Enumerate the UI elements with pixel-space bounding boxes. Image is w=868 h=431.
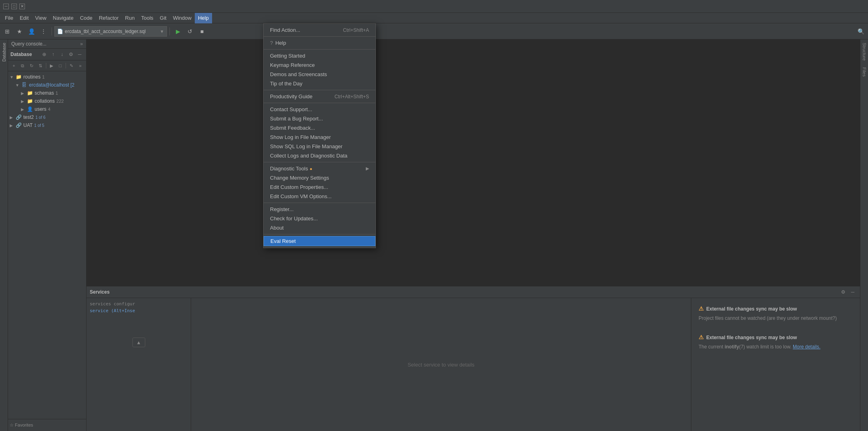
warning-title-2: ⚠ External file changes sync may be slow [699,333,853,342]
dropdown-custom-vm[interactable]: Edit Custom VM Options... [264,192,375,201]
file-selector[interactable]: 📄 ercdata_tbl_acct_accounts_ledger.sql ▼ [54,26,167,37]
services-header-icons: ⚙ ─ [839,288,857,296]
dropdown-productivity[interactable]: Productivity Guide Ctrl+Alt+Shift+S [264,92,375,101]
warning-text-2: The current inotify(7) watch limit is to… [699,343,853,350]
db-run-btn[interactable]: ▶ [47,61,56,70]
db-sidebar-label: Database [0,39,8,431]
dropdown-getting-started[interactable]: Getting Started [264,51,375,60]
menu-view[interactable]: View [32,13,49,23]
dropdown-eval-reset[interactable]: Eval Reset [264,236,375,246]
menu-help[interactable]: Help [195,13,212,23]
services-config-text: services configur [90,301,188,307]
services-collapse-btn[interactable]: ─ [849,288,857,296]
dropdown-help[interactable]: ? Help [264,38,375,48]
close-button[interactable]: ✕ [19,4,25,9]
show-sql-log-label: Show SQL Log in File Manager [270,143,342,149]
dropdown-bug-report[interactable]: Submit a Bug Report... [264,114,375,123]
db-collapse-btn[interactable]: ─ [76,50,84,58]
productivity-label: Productivity Guide [270,93,313,99]
uat-label: UAT [23,122,33,128]
dropdown-demos[interactable]: Demos and Screencasts [264,70,375,79]
menu-tools[interactable]: Tools [138,13,157,23]
dropdown-register[interactable]: Register... [264,205,375,214]
menu-run[interactable]: Run [122,13,138,23]
tree-item-routines[interactable]: ▼ 📁 routines 1 [8,73,86,81]
dropdown-contact-support[interactable]: Contact Support... [264,105,375,114]
tree-item-ercdata[interactable]: ▼ 🗄 ercdata@localhost [2 [8,81,86,89]
tree-item-test2[interactable]: ▶ 🔗 test2 1 of 6 [8,113,86,121]
dropdown-collect-logs[interactable]: Collect Logs and Diagnostic Data [264,151,375,160]
menu-code[interactable]: Code [77,13,96,23]
dropdown-feedback[interactable]: Submit Feedback... [264,123,375,133]
revert-button[interactable]: ↺ [184,26,196,37]
menu-refactor[interactable]: Refactor [96,13,122,23]
favorites-tab[interactable]: ☆ Favorites [8,419,86,431]
getting-started-label: Getting Started [270,53,305,59]
tree-item-schemas[interactable]: ▶ 📁 schemas 1 [8,89,86,97]
toolbar-action1[interactable]: ⊞ [2,26,13,37]
run-button[interactable]: ▶ [172,26,183,37]
search-button[interactable]: 🔍 [855,26,866,37]
structure-vertical-tab[interactable]: Structure [861,39,868,64]
toolbar-action3[interactable]: 👤 [26,26,37,37]
dropdown-find-action[interactable]: Find Action... Ctrl+Shift+A [264,25,375,35]
uat-icon: 🔗 [15,122,22,128]
warning-link[interactable]: More details. [793,344,821,350]
db-filter-btn[interactable]: ⇅ [36,61,45,70]
toolbar-action2[interactable]: ★ [14,26,25,37]
tree-item-collations[interactable]: ▶ 📁 collations 222 [8,97,86,105]
services-settings-btn[interactable]: ⚙ [839,288,847,296]
menu-file[interactable]: File [2,13,16,23]
database-vertical-tab[interactable]: Database [2,41,6,63]
services-alt-link[interactable]: service (Alt+Inse [90,308,135,313]
routines-count: 1 [42,75,45,79]
db-settings-btn[interactable]: ⚙ [67,50,75,58]
tree-item-uat[interactable]: ▶ 🔗 UAT 1 of 5 [8,121,86,129]
stop-button[interactable]: ■ [196,26,208,37]
dropdown-custom-properties[interactable]: Edit Custom Properties... [264,182,375,192]
db-add-btn[interactable]: + [10,61,18,70]
diagnostic-tools-dot: ● [309,166,312,171]
tree-item-users[interactable]: ▶ 👤 users 4 [8,105,86,113]
db-more-btn[interactable]: » [76,61,85,70]
dropdown-tip[interactable]: Tip of the Day [264,79,375,88]
services-config-line1: services configur [90,301,135,307]
db-edit-btn[interactable]: ✎ [67,61,76,70]
db-up-btn[interactable]: ↑ [49,50,57,58]
menu-window[interactable]: Window [170,13,195,23]
schemas-label: schemas [35,90,54,96]
dropdown-check-updates[interactable]: Check for Updates... [264,214,375,223]
ercdata-label: ercdata@localhost [2 [29,82,74,88]
maximize-button[interactable]: □ [11,4,17,9]
files-vertical-tab[interactable]: Files [861,64,868,80]
services-panel: Services ⚙ ─ services configur service (… [87,286,860,431]
dropdown-keymap[interactable]: Keymap Reference [264,60,375,70]
menu-git[interactable]: Git [157,13,170,23]
right-sidebar: Structure Files [860,39,868,431]
users-count: 4 [48,107,50,112]
dropdown-show-sql-log[interactable]: Show SQL Log in File Manager [264,142,375,151]
db-copy-btn[interactable]: ⧉ [19,61,27,70]
menu-edit[interactable]: Edit [16,13,32,23]
db-stop-btn[interactable]: □ [56,61,64,70]
dropdown-sep4 [264,103,375,103]
menu-navigate[interactable]: Navigate [49,13,76,23]
dropdown-show-log[interactable]: Show Log in File Manager [264,133,375,142]
favorites-label: ☆ Favorites [10,423,33,428]
warning-card-1: ⚠ External file changes sync may be slow… [695,301,857,325]
db-tb-sep [46,63,46,68]
db-refresh-btn[interactable]: ↻ [27,61,36,70]
services-link[interactable]: service (Alt+Inse [90,308,188,313]
dropdown-diagnostic-tools[interactable]: Diagnostic Tools ● ▶ [264,164,375,173]
dropdown-about[interactable]: About [264,223,375,232]
menu-bar: File Edit View Navigate Code Refactor Ru… [0,13,868,23]
toolbar-action4[interactable]: ⋮ [38,26,49,37]
scroll-up-btn[interactable]: ▲ [132,338,145,347]
db-globe-btn[interactable]: ⊕ [40,50,48,58]
db-down-btn[interactable]: ↓ [58,50,66,58]
dropdown-memory-settings[interactable]: Change Memory Settings [264,173,375,182]
query-console-tab[interactable]: Query console... » [8,39,86,49]
minimize-button[interactable]: ─ [3,4,9,9]
test2-badge: 1 of 6 [35,115,45,120]
warning-title-1: ⚠ External file changes sync may be slow [699,305,853,313]
